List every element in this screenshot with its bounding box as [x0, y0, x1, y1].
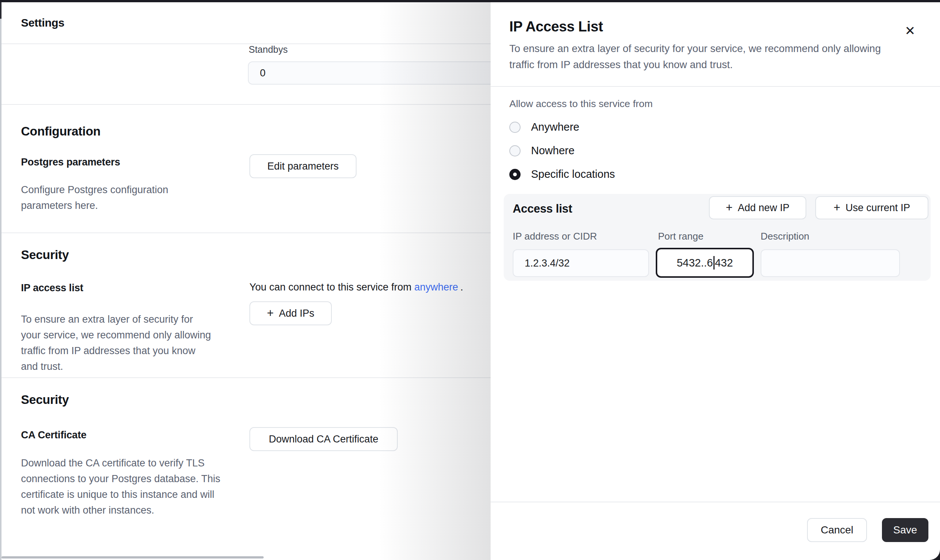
- save-label: Save: [893, 524, 917, 536]
- add-ips-label: Add IPs: [279, 308, 314, 319]
- radio-anywhere[interactable]: Anywhere: [509, 121, 579, 133]
- security-heading: Security: [21, 248, 69, 262]
- radio-circle-icon: [509, 122, 521, 133]
- add-new-ip-button[interactable]: + Add new IP: [709, 196, 806, 219]
- postgres-parameters-description: Configure Postgres configuration paramet…: [21, 182, 197, 213]
- security-heading-2: Security: [21, 393, 69, 407]
- column-header-description: Description: [761, 231, 809, 242]
- ip-access-list-label: IP access list: [21, 282, 83, 294]
- use-current-ip-label: Use current IP: [846, 202, 911, 214]
- divider: [2, 232, 498, 233]
- drawer-description: To ensure an extra layer of security for…: [509, 40, 899, 72]
- plus-icon: +: [726, 201, 732, 214]
- window-left-edge-top: [0, 2, 2, 19]
- settings-page: Settings Standbys Configuration Postgres…: [2, 2, 491, 556]
- radio-nowhere[interactable]: Nowhere: [509, 145, 575, 157]
- port-range-value-before-caret: 5432..6: [677, 257, 713, 269]
- radio-specific-locations-label: Specific locations: [531, 168, 615, 180]
- radio-anywhere-label: Anywhere: [531, 121, 579, 133]
- plus-icon: +: [834, 201, 840, 214]
- drawer-title: IP Access List: [509, 19, 603, 35]
- add-new-ip-label: Add new IP: [738, 202, 789, 214]
- radio-selected-icon: [509, 169, 521, 180]
- cancel-button[interactable]: Cancel: [807, 518, 867, 542]
- description-input[interactable]: [761, 249, 900, 277]
- access-list-section: Access list + Add new IP + Use current I…: [504, 194, 931, 281]
- column-header-port: Port range: [658, 231, 703, 242]
- divider: [2, 104, 498, 105]
- anywhere-link[interactable]: anywhere: [414, 282, 458, 293]
- port-range-value-after-caret: 432: [715, 257, 733, 269]
- divider: [491, 502, 940, 502]
- ip-cidr-input[interactable]: [513, 249, 649, 277]
- divider: [2, 377, 498, 378]
- allow-access-label: Allow access to this service from: [509, 98, 653, 110]
- radio-nowhere-label: Nowhere: [531, 145, 575, 157]
- connect-status-prefix: You can connect to this service from: [250, 282, 411, 293]
- plus-icon: +: [267, 306, 274, 320]
- download-ca-certificate-label: Download CA Certificate: [269, 434, 379, 445]
- connect-status-suffix: .: [460, 282, 463, 293]
- download-ca-certificate-button[interactable]: Download CA Certificate: [250, 427, 398, 451]
- divider: [491, 86, 940, 87]
- configuration-heading: Configuration: [21, 124, 100, 138]
- access-list-heading: Access list: [513, 202, 572, 215]
- use-current-ip-button[interactable]: + Use current IP: [815, 196, 928, 219]
- edit-parameters-button[interactable]: Edit parameters: [250, 154, 356, 178]
- ip-access-list-description: To ensure an extra layer of security for…: [21, 311, 211, 374]
- ca-certificate-label: CA Certificate: [21, 429, 86, 441]
- ca-certificate-description: Download the CA certificate to verify TL…: [21, 455, 231, 518]
- page-title: Settings: [21, 17, 65, 29]
- add-ips-button[interactable]: + Add IPs: [250, 302, 332, 325]
- ip-access-list-drawer: IP Access List ✕ To ensure an extra laye…: [491, 2, 940, 560]
- connect-status-text: You can connect to this service from any…: [250, 282, 463, 293]
- cancel-label: Cancel: [821, 524, 853, 536]
- column-header-ip: IP address or CIDR: [513, 231, 597, 242]
- edit-parameters-label: Edit parameters: [267, 161, 339, 172]
- save-button[interactable]: Save: [882, 518, 928, 542]
- close-icon[interactable]: ✕: [900, 21, 920, 40]
- postgres-parameters-label: Postgres parameters: [21, 157, 120, 168]
- text-caret: [713, 256, 715, 269]
- radio-specific-locations[interactable]: Specific locations: [509, 168, 615, 180]
- window-left-edge: [0, 2, 2, 560]
- port-range-input[interactable]: 5432..6432: [656, 248, 754, 278]
- radio-circle-icon: [509, 145, 521, 157]
- horizontal-scrollbar[interactable]: [2, 556, 264, 558]
- app-root: Settings Standbys Configuration Postgres…: [0, 0, 940, 560]
- standbys-label: Standbys: [249, 44, 288, 55]
- standbys-input[interactable]: [248, 62, 511, 85]
